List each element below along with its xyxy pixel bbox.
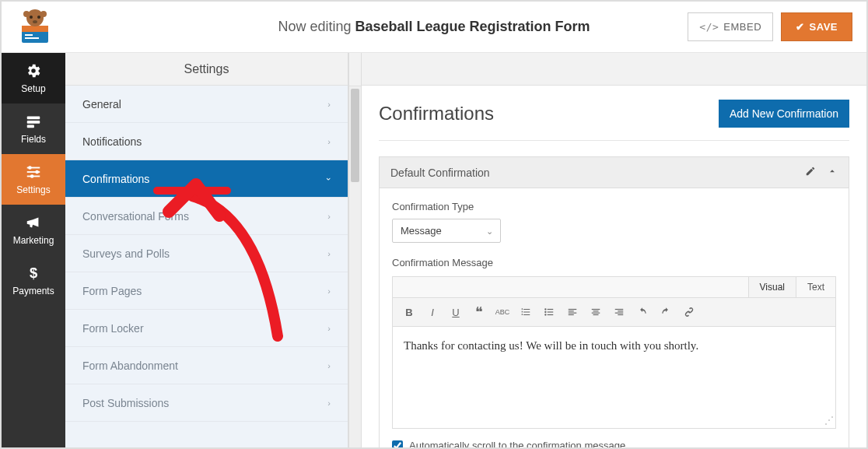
editor-tab-text[interactable]: Text	[796, 277, 835, 297]
confirmation-panel: Default Confirmation Confirmation Type	[379, 156, 849, 447]
confirmation-type-select[interactable]: Message	[392, 219, 501, 243]
svg-rect-26	[569, 309, 577, 310]
settings-item-label: Notifications	[82, 135, 142, 148]
editor-tab-visual[interactable]: Visual	[748, 277, 796, 297]
settings-item-formpages[interactable]: Form Pages ›	[65, 272, 348, 310]
svg-point-4	[26, 9, 44, 26]
settings-item-label: Post Submissions	[82, 397, 169, 409]
editor-toolbar: B I U ❝ ABC	[393, 298, 835, 327]
align-right-icon[interactable]	[609, 303, 629, 321]
svg-rect-10	[27, 117, 40, 120]
chevron-right-icon: ›	[327, 212, 331, 221]
svg-point-21	[544, 311, 546, 313]
svg-rect-1	[22, 26, 48, 32]
scrollbar-thumb[interactable]	[351, 89, 359, 182]
settings-item-confirmations[interactable]: Confirmations ›	[65, 160, 348, 198]
svg-rect-25	[548, 314, 554, 315]
settings-item-surveys[interactable]: Surveys and Polls ›	[65, 235, 348, 272]
dollar-icon: $	[25, 265, 42, 282]
settings-item-general[interactable]: General ›	[65, 86, 348, 123]
chevron-right-icon: ›	[327, 324, 331, 333]
chevron-right-icon: ›	[327, 361, 331, 370]
link-icon[interactable]	[679, 303, 699, 321]
svg-rect-31	[593, 310, 599, 311]
svg-point-7	[33, 20, 37, 23]
settings-item-label: General	[82, 98, 121, 110]
settings-item-label: Form Locker	[82, 322, 144, 335]
svg-rect-29	[569, 314, 574, 315]
editor-content[interactable]: Thanks for contacting us! We will be in …	[393, 327, 835, 428]
svg-point-22	[544, 314, 546, 315]
chevron-right-icon: ›	[327, 286, 331, 296]
svg-rect-12	[27, 125, 34, 128]
quote-icon[interactable]: ❝	[469, 303, 489, 321]
settings-item-label: Surveys and Polls	[82, 247, 170, 260]
svg-rect-23	[548, 309, 554, 310]
svg-point-8	[23, 11, 30, 17]
svg-rect-33	[593, 314, 599, 315]
save-button[interactable]: ✔ SAVE	[781, 12, 852, 41]
nav-fields-label: Fields	[21, 134, 46, 145]
svg-rect-35	[618, 310, 623, 311]
svg-point-6	[37, 16, 40, 19]
align-center-icon[interactable]	[586, 303, 606, 321]
nav-settings-label: Settings	[16, 184, 50, 195]
nav-marketing[interactable]: Marketing	[2, 205, 65, 255]
svg-rect-36	[615, 313, 624, 314]
autoscroll-checkbox[interactable]	[392, 440, 403, 448]
nav-setup-label: Setup	[21, 83, 45, 94]
bullhorn-icon	[25, 214, 42, 231]
settings-item-conversational[interactable]: Conversational Forms ›	[65, 198, 348, 235]
svg-point-5	[30, 16, 33, 19]
form-name: Baseball League Registration Form	[355, 19, 590, 34]
embed-button[interactable]: </> EMBED	[688, 12, 773, 41]
settings-item-postsub[interactable]: Post Submissions ›	[65, 384, 348, 422]
nav-settings[interactable]: Settings	[2, 154, 65, 205]
strike-icon[interactable]: ABC	[492, 303, 513, 321]
nav-setup[interactable]: Setup	[2, 53, 65, 103]
svg-rect-28	[569, 313, 577, 314]
code-icon: </>	[699, 21, 719, 33]
wysiwyg-editor: Visual Text B I U ❝ ABC	[392, 276, 836, 429]
undo-icon[interactable]	[632, 303, 653, 321]
svg-point-16	[28, 166, 32, 170]
settings-item-formlocker[interactable]: Form Locker ›	[65, 310, 348, 347]
message-label: Confirmation Message	[392, 257, 836, 268]
content-header-strip	[362, 53, 866, 86]
scrollbar[interactable]	[348, 53, 362, 447]
side-nav: Setup Fields Settings Marketing $ Paymen…	[2, 53, 65, 447]
autoscroll-row[interactable]: Automatically scroll to the confirmation…	[392, 440, 836, 447]
chevron-right-icon: ›	[327, 100, 331, 109]
content-column: Confirmations Add New Confirmation Defau…	[362, 53, 866, 447]
ul-icon[interactable]	[539, 303, 559, 321]
chevron-right-icon: ›	[327, 249, 331, 258]
pencil-icon[interactable]	[805, 166, 816, 179]
underline-icon[interactable]: U	[446, 303, 466, 321]
resize-grip-icon: ⋰	[824, 415, 834, 426]
add-confirmation-button[interactable]: Add New Confirmation	[719, 100, 849, 128]
bold-icon[interactable]: B	[399, 303, 419, 321]
italic-icon[interactable]: I	[422, 303, 443, 321]
panel-title: Default Confirmation	[390, 167, 490, 179]
align-left-icon[interactable]	[562, 303, 583, 321]
settings-item-abandonment[interactable]: Form Abandonment ›	[65, 347, 348, 384]
nav-payments[interactable]: $ Payments	[2, 255, 65, 306]
chevron-up-icon[interactable]	[827, 166, 838, 179]
type-label: Confirmation Type	[392, 201, 836, 212]
svg-rect-2	[25, 34, 33, 36]
nav-marketing-label: Marketing	[13, 235, 54, 246]
settings-item-label: Conversational Forms	[82, 210, 189, 223]
nav-fields[interactable]: Fields	[2, 103, 65, 154]
settings-list: General › Notifications › Confirmations …	[65, 86, 348, 447]
panel-header[interactable]: Default Confirmation	[380, 157, 849, 188]
settings-item-notifications[interactable]: Notifications ›	[65, 123, 348, 160]
app-logo	[16, 8, 54, 47]
ol-icon[interactable]	[516, 303, 536, 321]
svg-point-18	[30, 174, 34, 178]
settings-column: Settings General › Notifications › Confi…	[65, 53, 348, 447]
settings-item-label: Confirmations	[82, 173, 149, 185]
svg-rect-37	[618, 314, 623, 315]
svg-point-20	[544, 308, 546, 310]
svg-rect-32	[592, 313, 600, 314]
redo-icon[interactable]	[656, 303, 676, 321]
